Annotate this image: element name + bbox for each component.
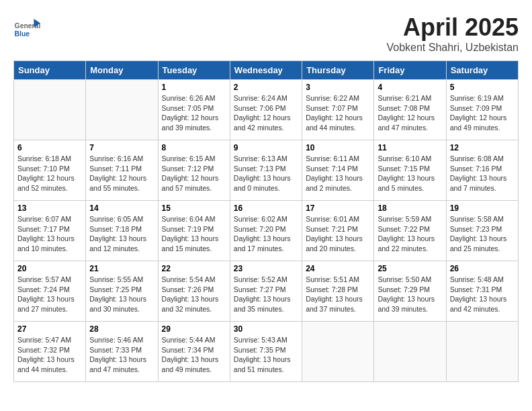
day-info: Sunrise: 6:08 AM Sunset: 7:16 PM Dayligh… (450, 154, 515, 193)
day-info: Sunrise: 6:11 AM Sunset: 7:14 PM Dayligh… (306, 154, 370, 193)
calendar-cell: 6Sunrise: 6:18 AM Sunset: 7:10 PM Daylig… (14, 140, 86, 201)
calendar-cell: 9Sunrise: 6:13 AM Sunset: 7:13 PM Daylig… (230, 140, 302, 201)
calendar-cell (14, 80, 86, 140)
day-number: 13 (17, 203, 82, 213)
weekday-header-wednesday: Wednesday (230, 61, 302, 80)
day-info: Sunrise: 6:02 AM Sunset: 7:20 PM Dayligh… (234, 214, 298, 254)
calendar-cell: 21Sunrise: 5:55 AM Sunset: 7:25 PM Dayli… (86, 261, 158, 322)
day-number: 26 (450, 264, 515, 273)
month-title: April 2025 (386, 13, 519, 42)
day-info: Sunrise: 5:54 AM Sunset: 7:26 PM Dayligh… (162, 275, 226, 314)
day-number: 18 (378, 203, 442, 213)
calendar-cell: 8Sunrise: 6:15 AM Sunset: 7:12 PM Daylig… (158, 140, 230, 201)
day-number: 11 (378, 143, 442, 152)
day-number: 30 (234, 324, 298, 334)
day-info: Sunrise: 5:43 AM Sunset: 7:35 PM Dayligh… (234, 335, 298, 375)
weekday-header-sunday: Sunday (14, 61, 86, 80)
logo: General Blue (13, 13, 43, 40)
calendar-cell: 24Sunrise: 5:51 AM Sunset: 7:28 PM Dayli… (302, 261, 374, 322)
day-info: Sunrise: 6:26 AM Sunset: 7:05 PM Dayligh… (162, 93, 226, 133)
weekday-header-monday: Monday (86, 61, 158, 80)
day-info: Sunrise: 6:21 AM Sunset: 7:08 PM Dayligh… (378, 93, 442, 133)
day-number: 22 (162, 264, 226, 273)
day-number: 1 (162, 83, 226, 92)
day-info: Sunrise: 6:07 AM Sunset: 7:17 PM Dayligh… (17, 214, 82, 254)
calendar-cell: 18Sunrise: 5:59 AM Sunset: 7:22 PM Dayli… (374, 201, 446, 261)
day-info: Sunrise: 6:15 AM Sunset: 7:12 PM Dayligh… (162, 154, 226, 193)
calendar-week-2: 6Sunrise: 6:18 AM Sunset: 7:10 PM Daylig… (14, 140, 519, 201)
day-number: 27 (17, 324, 82, 334)
day-info: Sunrise: 6:18 AM Sunset: 7:10 PM Dayligh… (17, 154, 82, 193)
location: Vobkent Shahri, Uzbekistan (386, 42, 519, 54)
calendar-cell: 14Sunrise: 6:05 AM Sunset: 7:18 PM Dayli… (86, 201, 158, 261)
day-info: Sunrise: 6:22 AM Sunset: 7:07 PM Dayligh… (306, 93, 370, 133)
day-number: 3 (306, 83, 370, 92)
calendar-cell: 7Sunrise: 6:16 AM Sunset: 7:11 PM Daylig… (86, 140, 158, 201)
calendar-cell (86, 80, 158, 140)
day-info: Sunrise: 6:24 AM Sunset: 7:06 PM Dayligh… (234, 93, 298, 133)
day-info: Sunrise: 6:10 AM Sunset: 7:15 PM Dayligh… (378, 154, 442, 193)
weekday-header-thursday: Thursday (302, 61, 374, 80)
calendar-cell (374, 322, 446, 382)
day-info: Sunrise: 6:05 AM Sunset: 7:18 PM Dayligh… (89, 214, 154, 254)
day-number: 29 (162, 324, 226, 334)
weekday-header-tuesday: Tuesday (158, 61, 230, 80)
calendar-cell: 30Sunrise: 5:43 AM Sunset: 7:35 PM Dayli… (230, 322, 302, 382)
day-number: 19 (450, 203, 515, 213)
day-info: Sunrise: 5:47 AM Sunset: 7:32 PM Dayligh… (17, 335, 82, 375)
calendar-cell: 2Sunrise: 6:24 AM Sunset: 7:06 PM Daylig… (230, 80, 302, 140)
day-info: Sunrise: 5:59 AM Sunset: 7:22 PM Dayligh… (378, 214, 442, 254)
calendar-cell (302, 322, 374, 382)
weekday-header-saturday: Saturday (446, 61, 518, 80)
calendar-cell: 28Sunrise: 5:46 AM Sunset: 7:33 PM Dayli… (86, 322, 158, 382)
day-number: 15 (162, 203, 226, 213)
calendar-week-1: 1Sunrise: 6:26 AM Sunset: 7:05 PM Daylig… (14, 80, 519, 140)
day-number: 28 (89, 324, 154, 334)
day-number: 4 (378, 83, 442, 92)
calendar-cell: 19Sunrise: 5:58 AM Sunset: 7:23 PM Dayli… (446, 201, 518, 261)
calendar-cell: 11Sunrise: 6:10 AM Sunset: 7:15 PM Dayli… (374, 140, 446, 201)
day-info: Sunrise: 6:19 AM Sunset: 7:09 PM Dayligh… (450, 93, 515, 133)
calendar-cell: 22Sunrise: 5:54 AM Sunset: 7:26 PM Dayli… (158, 261, 230, 322)
day-number: 24 (306, 264, 370, 273)
day-info: Sunrise: 5:50 AM Sunset: 7:29 PM Dayligh… (378, 275, 442, 314)
day-number: 8 (162, 143, 226, 152)
calendar-cell: 5Sunrise: 6:19 AM Sunset: 7:09 PM Daylig… (446, 80, 518, 140)
day-info: Sunrise: 5:44 AM Sunset: 7:34 PM Dayligh… (162, 335, 226, 375)
calendar-cell: 27Sunrise: 5:47 AM Sunset: 7:32 PM Dayli… (14, 322, 86, 382)
page-header: General Blue April 2025 Vobkent Shahri, … (13, 13, 519, 54)
day-info: Sunrise: 6:01 AM Sunset: 7:21 PM Dayligh… (306, 214, 370, 254)
calendar-cell: 4Sunrise: 6:21 AM Sunset: 7:08 PM Daylig… (374, 80, 446, 140)
calendar-cell: 25Sunrise: 5:50 AM Sunset: 7:29 PM Dayli… (374, 261, 446, 322)
day-info: Sunrise: 5:51 AM Sunset: 7:28 PM Dayligh… (306, 275, 370, 314)
day-info: Sunrise: 6:16 AM Sunset: 7:11 PM Dayligh… (89, 154, 154, 193)
day-number: 5 (450, 83, 515, 92)
calendar-cell: 13Sunrise: 6:07 AM Sunset: 7:17 PM Dayli… (14, 201, 86, 261)
day-info: Sunrise: 5:46 AM Sunset: 7:33 PM Dayligh… (89, 335, 154, 375)
day-number: 7 (89, 143, 154, 152)
day-number: 9 (234, 143, 298, 152)
weekday-row: SundayMondayTuesdayWednesdayThursdayFrid… (14, 61, 519, 80)
day-number: 12 (450, 143, 515, 152)
title-block: April 2025 Vobkent Shahri, Uzbekistan (386, 13, 519, 54)
svg-text:Blue: Blue (15, 30, 30, 38)
calendar-header: SundayMondayTuesdayWednesdayThursdayFrid… (14, 61, 519, 80)
day-number: 21 (89, 264, 154, 273)
day-info: Sunrise: 6:13 AM Sunset: 7:13 PM Dayligh… (234, 154, 298, 193)
day-info: Sunrise: 5:55 AM Sunset: 7:25 PM Dayligh… (89, 275, 154, 314)
calendar-cell: 1Sunrise: 6:26 AM Sunset: 7:05 PM Daylig… (158, 80, 230, 140)
calendar-table: SundayMondayTuesdayWednesdayThursdayFrid… (13, 60, 519, 382)
day-number: 17 (306, 203, 370, 213)
calendar-cell: 26Sunrise: 5:48 AM Sunset: 7:31 PM Dayli… (446, 261, 518, 322)
day-number: 20 (17, 264, 82, 273)
day-number: 14 (89, 203, 154, 213)
calendar-week-4: 20Sunrise: 5:57 AM Sunset: 7:24 PM Dayli… (14, 261, 519, 322)
day-number: 2 (234, 83, 298, 92)
day-number: 6 (17, 143, 82, 152)
calendar-week-3: 13Sunrise: 6:07 AM Sunset: 7:17 PM Dayli… (14, 201, 519, 261)
day-number: 23 (234, 264, 298, 273)
calendar-cell: 12Sunrise: 6:08 AM Sunset: 7:16 PM Dayli… (446, 140, 518, 201)
calendar-cell: 20Sunrise: 5:57 AM Sunset: 7:24 PM Dayli… (14, 261, 86, 322)
day-number: 16 (234, 203, 298, 213)
calendar-cell (446, 322, 518, 382)
